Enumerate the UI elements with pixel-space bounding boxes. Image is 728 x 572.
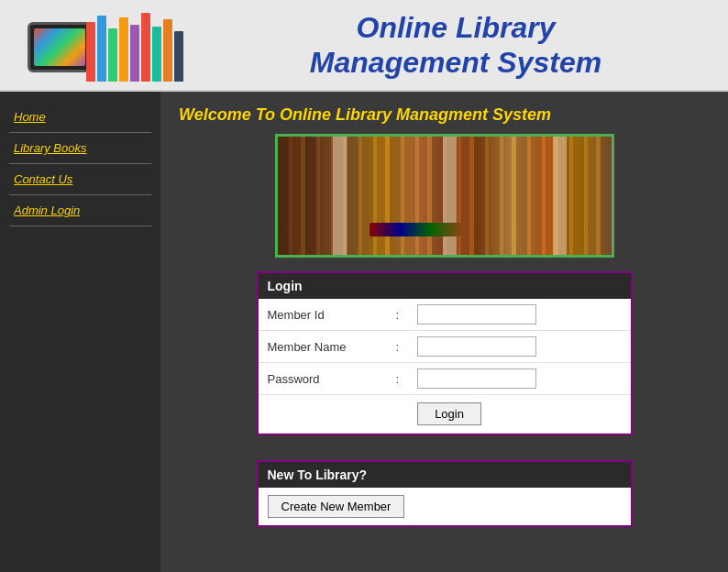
lib-column-1 <box>333 137 347 255</box>
colon-3: : <box>387 363 409 395</box>
library-image <box>275 134 614 258</box>
member-name-cell <box>408 331 630 363</box>
member-id-input[interactable] <box>417 304 536 324</box>
sidebar: Home Library Books Contact Us Admin Logi… <box>0 92 160 572</box>
table-row: Member Id : <box>259 299 631 331</box>
member-name-label: Member Name <box>259 331 387 363</box>
header: Online Library Management System <box>0 0 728 92</box>
main-layout: Home Library Books Contact Us Admin Logi… <box>0 92 728 572</box>
book-spine <box>130 25 139 82</box>
sidebar-item-admin-login[interactable]: Admin Login <box>9 199 151 222</box>
colon-2: : <box>387 331 409 363</box>
book-spine <box>108 28 117 82</box>
table-row: Member Name : <box>259 331 631 363</box>
login-section: Login Member Id : Member Name : <box>257 271 633 435</box>
header-title: Online Library Management System <box>202 10 710 81</box>
password-label: Password <box>259 363 387 395</box>
book-spine <box>174 31 183 82</box>
new-member-section: New To Library? Create New Member <box>257 460 633 527</box>
password-cell <box>408 363 630 395</box>
welcome-title: Welcome To Online Library Managment Syst… <box>179 105 710 125</box>
login-btn-spacer <box>259 395 387 434</box>
password-input[interactable] <box>417 368 536 389</box>
book-spine <box>119 17 128 82</box>
content-area: Welcome To Online Library Managment Syst… <box>160 92 728 572</box>
book-spine <box>141 13 150 82</box>
table-row: Login <box>259 395 631 434</box>
logo-tablet <box>28 22 92 72</box>
new-member-header: New To Library? <box>259 462 631 488</box>
member-id-cell <box>408 299 630 331</box>
table-books <box>370 223 461 236</box>
sidebar-item-contact-us[interactable]: Contact Us <box>9 168 151 191</box>
member-id-label: Member Id <box>259 299 387 331</box>
book-spine <box>152 27 161 82</box>
lib-column-2 <box>443 137 457 255</box>
app-title: Online Library Management System <box>202 10 710 81</box>
book-spine <box>86 22 95 82</box>
lib-column-3 <box>553 137 567 255</box>
logo-books <box>86 8 183 82</box>
sidebar-item-home[interactable]: Home <box>9 105 151 128</box>
header-logo <box>18 8 202 82</box>
create-new-member-button[interactable]: Create New Member <box>268 495 405 518</box>
login-button[interactable]: Login <box>417 402 481 425</box>
spacer <box>179 449 710 460</box>
login-form: Member Id : Member Name : Password : <box>259 299 631 434</box>
logo-illustration <box>18 8 183 82</box>
book-spine <box>163 19 172 82</box>
login-btn-cell: Login <box>408 395 630 434</box>
book-spine <box>97 16 106 82</box>
member-name-input[interactable] <box>417 336 536 357</box>
colon-1: : <box>387 299 409 331</box>
colon-empty <box>387 395 409 434</box>
new-member-body: Create New Member <box>259 488 631 525</box>
table-row: Password : <box>259 363 631 395</box>
sidebar-item-library-books[interactable]: Library Books <box>9 137 151 160</box>
login-header: Login <box>259 273 631 299</box>
